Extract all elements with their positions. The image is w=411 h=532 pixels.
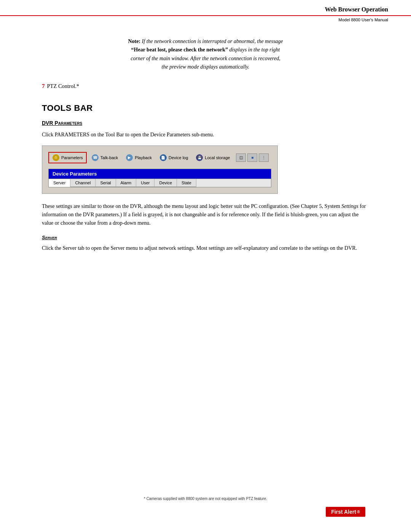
tab-user[interactable]: User xyxy=(136,179,155,187)
toolbar-icon-3: ⋮ xyxy=(262,155,266,160)
toolbar-btn-parameters-label: Parameters xyxy=(61,155,83,160)
note-label: Note: xyxy=(128,38,140,44)
toolbar-btn-devicelog-label: Device log xyxy=(169,155,188,160)
tab-state[interactable]: State xyxy=(177,179,196,187)
server-title: Server xyxy=(42,235,369,240)
server-heading: Server xyxy=(42,235,369,240)
toolbar-btn-talkback[interactable]: ☎ Talk-back xyxy=(88,153,121,163)
toolbar-btn-playback-label: Playback xyxy=(135,155,152,160)
toolbar-btn-devicelog[interactable]: 📄 Device log xyxy=(156,153,191,163)
footer-note: * Cameras supplied with 8800 system are … xyxy=(23,497,388,501)
ui-screenshot: ⛭ Parameters ☎ Talk-back ▶ Playback 📄 xyxy=(42,145,278,194)
device-parameters-header: Device Parameters xyxy=(49,169,271,179)
dvr-parameters-title: DVR Parameters xyxy=(42,120,369,126)
toolbar-row: ⛭ Parameters ☎ Talk-back ▶ Playback 📄 xyxy=(48,150,271,165)
tab-serial[interactable]: Serial xyxy=(96,179,116,187)
storage-icon: 💾 xyxy=(196,154,203,161)
talkback-icon: ☎ xyxy=(91,154,99,161)
device-parameters-tabs: Server Channel Serial Alarm User Device … xyxy=(49,179,271,187)
tools-bar-heading: Tools Bar xyxy=(42,103,369,113)
device-parameters-box: Device Parameters Server Channel Serial … xyxy=(48,169,271,187)
model-text: Model 8800 User's Manual xyxy=(338,18,388,22)
toolbar-btn-localstorage[interactable]: 💾 Local storage xyxy=(193,153,233,163)
devicelog-icon: 📄 xyxy=(159,154,167,161)
ptz-number: 7 xyxy=(42,83,45,89)
note-line2-quote: “Hear beat lost, please check the networ… xyxy=(131,47,228,53)
toolbar-icon-1: ◫ xyxy=(239,155,243,160)
toolbar-icon-btn-2[interactable]: ■ xyxy=(247,153,257,162)
ptz-control-item: 7 PTZ Control.* xyxy=(42,83,369,89)
tab-server[interactable]: Server xyxy=(49,179,70,187)
note-text: Note: If the network connection is inter… xyxy=(72,37,339,72)
toolbar-icon-2: ■ xyxy=(251,155,253,160)
tab-channel[interactable]: Channel xyxy=(70,179,96,187)
dvr-parameters-desc: Click PARAMETERS on the Tool Bar to open… xyxy=(42,131,369,139)
first-alert-logo: First Alert® xyxy=(326,507,365,517)
server-description: Click the Server tab to open the Server … xyxy=(42,244,369,252)
logo-text: First Alert xyxy=(331,509,356,515)
settings-italic: Settings xyxy=(341,203,358,209)
toolbar-btn-playback[interactable]: ▶ Playback xyxy=(123,153,155,163)
tab-device[interactable]: Device xyxy=(155,179,177,187)
toolbar-btn-parameters[interactable]: ⛭ Parameters xyxy=(48,152,87,163)
footer-logo-area: First Alert® xyxy=(23,507,388,517)
toolbar-icon-btn-1[interactable]: ◫ xyxy=(236,153,246,162)
section-title: Web Browser Operation xyxy=(325,6,388,13)
playback-icon: ▶ xyxy=(126,154,133,161)
note-line3: corner of the main window. After the net… xyxy=(131,56,280,61)
tools-bar-title: Tools Bar xyxy=(42,103,369,113)
note-line2-italic: displays in the top right xyxy=(228,47,280,53)
toolbar-btn-localstorage-label: Local storage xyxy=(205,155,230,160)
params-icon: ⛭ xyxy=(52,154,60,161)
body-text-main: These settings are similar to those on t… xyxy=(42,202,369,228)
note-line4: the preview mode displays automatically. xyxy=(162,64,250,70)
ptz-label: PTZ Control.* xyxy=(47,83,80,89)
model-line: Model 8800 User's Manual xyxy=(0,16,411,22)
header: Web Browser Operation xyxy=(0,0,411,16)
main-content: Note: If the network connection is inter… xyxy=(0,37,411,252)
note-section: Note: If the network connection is inter… xyxy=(42,37,369,72)
toolbar-icon-btn-3[interactable]: ⋮ xyxy=(259,153,269,162)
logo-registered: ® xyxy=(357,510,360,514)
footer: * Cameras supplied with 8800 system are … xyxy=(0,497,411,517)
tab-alarm[interactable]: Alarm xyxy=(116,179,137,187)
note-line1: If the network connection is interrupted… xyxy=(142,38,283,44)
dvr-parameters-heading: DVR Parameters xyxy=(42,120,369,126)
toolbar-btn-talkback-label: Talk-back xyxy=(100,155,118,160)
